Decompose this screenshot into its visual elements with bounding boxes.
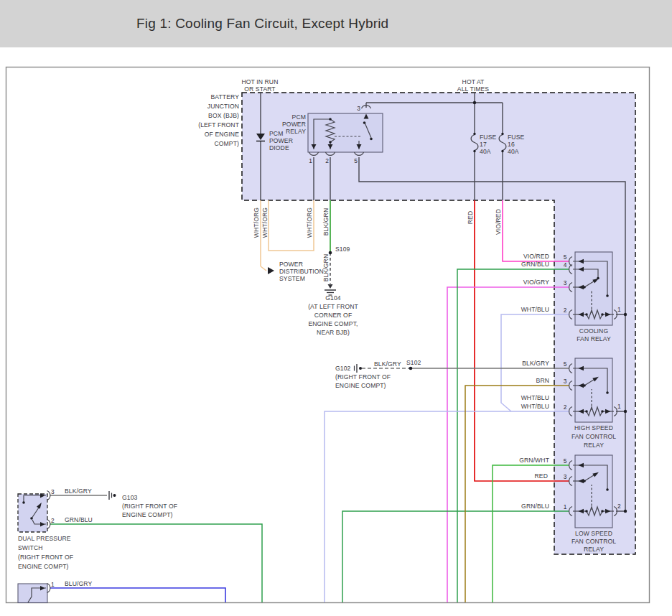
wire-label-wht-org: WHT/ORG [253,207,260,238]
wire-label-blu-gry: BLU/GRY [65,580,92,587]
hot-at-all-times-label: HOT AT [462,78,485,85]
hot-in-run-label: HOT IN RUN [242,78,279,85]
bjb-label: JUNCTION [207,103,239,110]
wire-label-vio-red: VIO/RED [495,209,502,235]
wire-label-wht-blu: WHT/BLU [521,394,549,401]
dps-pin-3: 3 [51,488,55,495]
wire-label-grn-blu: GRN/BLU [521,261,549,268]
pcm-power-relay-label: PCM [292,113,306,121]
fuse-16-label: 16 [508,141,515,148]
g104-label: CORNER OF [314,312,352,319]
splice-s102-dot [409,367,413,370]
fuse-17-label: 40A [480,148,491,155]
cooling-relay-pin-4: 4 [564,261,567,269]
pcm-power-relay-label: POWER [282,121,306,128]
ls-relay-name: FAN CONTROL [571,538,616,545]
g104-label: NEAR BJB) [317,329,350,336]
ls-relay-name: RELAY [584,546,604,553]
cooling-relay-name: COOLING [579,327,609,335]
hs-relay-pin-3: 3 [564,378,567,385]
ls-relay-pin-5: 5 [564,457,567,465]
wire-label-grn-wht: GRN/WHT [519,457,549,464]
g103-label: G103 [122,494,138,501]
fuse-17-label: FUSE [480,134,496,141]
wire-label-wht-org: WHT/ORG [306,207,313,238]
pcm-power-relay-label: RELAY [286,128,306,135]
wire-label-blk-gry: BLK/GRY [65,487,92,495]
hs-relay-name: RELAY [584,442,604,449]
splice-s102-label: S102 [406,359,421,366]
hs-relay-pin-2: 2 [564,403,567,411]
hs-relay-pin-1: 1 [617,403,621,410]
cooling-relay-name: FAN RELAY [577,335,611,342]
dps-label: ENGINE COMPT) [18,563,69,570]
wire-label-vio-gry: VIO/GRY [523,279,550,286]
bottom-switch-box [18,584,47,603]
pcm-pin-3: 3 [357,105,360,112]
dps-pin-2: 2 [51,517,55,524]
g102-label: ENGINE COMPT) [335,382,386,389]
bjb-label: BATTERY [210,93,239,101]
fuse-16-label: 40A [508,148,519,155]
hs-relay-name: FAN CONTROL [571,433,616,440]
ls-relay-pin-3: 3 [564,473,567,480]
cooling-relay-pin-5: 5 [564,253,567,261]
wire-label-grn-blu: GRN/BLU [65,516,93,523]
hot-in-run-label: OR START [244,85,276,93]
pcm-power-diode-label: POWER [269,137,293,144]
dps-label: SWITCH [18,544,43,551]
g102-label: G102 [335,365,351,372]
g103-label: ENGINE COMPT) [122,511,173,518]
ls-relay-pin-2: 2 [617,503,621,510]
dual-pressure-switch-box [18,494,47,532]
pcm-power-diode-label: PCM [269,130,283,137]
wiring-diagram: HOT IN RUN OR START HOT AT ALL TIMES BAT… [0,0,672,616]
g104-label: G104 [325,294,341,302]
pcm-pin-5: 5 [354,157,358,164]
splice-s109-dot [329,251,332,255]
cooling-relay-pin-3: 3 [564,279,567,286]
pcm-pin-1: 1 [309,157,312,164]
g104-label: ENGINE COMPT, [308,320,358,327]
wire-label-blk-gry: BLK/GRY [522,360,549,367]
pcm-pin-2: 2 [325,157,329,164]
bjb-label: (LEFT FRONT [198,121,239,129]
dps-label: DUAL PRESSURE [18,535,71,542]
wire-label-brn: BRN [536,377,549,384]
ls-relay-name: LOW SPEED [575,530,612,537]
bottom-switch-pin-1: 1 [51,581,55,588]
ls-relay-pin-1: 1 [564,503,567,510]
wire-label-blk-grn: BLK/GRN [322,208,330,235]
wire-label-wht-org: WHT/ORG [261,207,269,238]
power-distribution-label: POWER [279,261,303,268]
g103-label: (RIGHT FRONT OF [122,503,177,510]
fuse-16-label: FUSE [508,134,524,141]
bjb-label: COMPT) [215,140,240,147]
pcm-power-diode-label: DIODE [269,144,289,151]
wire-label-blk-gry: BLK/GRY [374,360,401,368]
hs-relay-pin-5: 5 [564,360,567,368]
cooling-relay-pin-2: 2 [564,307,567,314]
fuse-17-label: 17 [480,141,487,148]
wire-label-red: RED [467,211,474,224]
wire-label-vio-red: VIO/RED [523,253,549,260]
wire-label-grn-blu: GRN/BLU [521,503,549,510]
g104-label: (AT LEFT FRONT [308,303,358,310]
bjb-label: BOX (BJB) [208,112,239,119]
bjb-label: OF ENGINE [205,131,239,138]
wiring-diagram-area: HOT IN RUN OR START HOT AT ALL TIMES BAT… [0,0,672,616]
hot-at-all-times-label: ALL TIMES [457,85,490,93]
splice-s109-label: S109 [335,246,350,253]
power-distribution-label: SYSTEM [279,275,305,282]
wire-label-wht-blu: WHT/BLU [521,306,549,313]
g102-label: (RIGHT FRONT OF [335,373,391,381]
wire-label-wht-blu: WHT/BLU [521,403,549,410]
power-distribution-label: DISTRIBUTION [279,268,324,275]
hs-relay-name: HIGH SPEED [574,424,613,431]
cooling-relay-pin-1: 1 [617,306,621,313]
wire-label-red: RED [535,472,548,480]
dps-label: (RIGHT FRONT OF [18,554,73,561]
